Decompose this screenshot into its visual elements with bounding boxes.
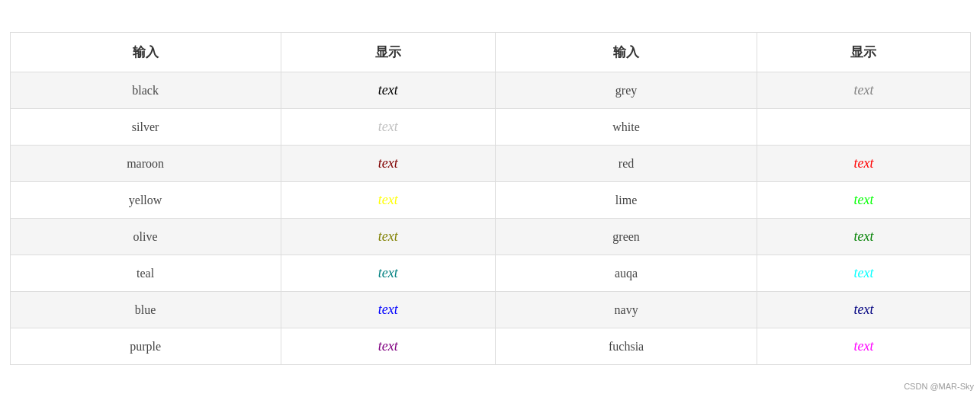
color-display-1: text	[281, 146, 495, 182]
color-name-2: fuchsia	[495, 328, 757, 365]
color-name-2: green	[495, 219, 757, 255]
table-row: silvertextwhitetext	[11, 109, 970, 146]
header-input-1: 输入	[11, 33, 281, 72]
watermark: CSDN @MAR-Sky	[904, 382, 974, 391]
color-display-2: text	[757, 182, 970, 219]
color-display-2: text	[757, 292, 970, 328]
color-name-1: olive	[11, 219, 281, 255]
color-name-1: purple	[11, 328, 281, 365]
color-display-1: text	[281, 219, 495, 255]
color-table-wrapper: 输入 显示 输入 显示 blacktextgreytextsilvertextw…	[10, 32, 971, 365]
color-name-2: lime	[495, 182, 757, 219]
color-name-1: black	[11, 72, 281, 109]
table-row: olivetextgreentext	[11, 219, 970, 255]
color-name-1: yellow	[11, 182, 281, 219]
color-name-2: navy	[495, 292, 757, 328]
color-name-1: silver	[11, 109, 281, 146]
color-display-2: text	[757, 219, 970, 255]
color-display-2: text	[757, 328, 970, 365]
color-name-2: grey	[495, 72, 757, 109]
color-name-2: white	[495, 109, 757, 146]
color-display-1: text	[281, 255, 495, 292]
table-header-row: 输入 显示 输入 显示	[11, 33, 970, 72]
color-display-1: text	[281, 328, 495, 365]
table-row: bluetextnavytext	[11, 292, 970, 328]
color-display-1: text	[281, 109, 495, 146]
table-row: tealtextauqatext	[11, 255, 970, 292]
color-display-1: text	[281, 292, 495, 328]
header-display-2: 显示	[757, 33, 970, 72]
color-name-2: auqa	[495, 255, 757, 292]
color-table: 输入 显示 输入 显示 blacktextgreytextsilvertextw…	[11, 33, 970, 364]
color-name-1: teal	[11, 255, 281, 292]
color-name-2: red	[495, 146, 757, 182]
color-display-1: text	[281, 72, 495, 109]
color-name-1: blue	[11, 292, 281, 328]
color-display-2: text	[757, 72, 970, 109]
color-display-2: text	[757, 255, 970, 292]
color-display-1: text	[281, 182, 495, 219]
table-row: maroontextredtext	[11, 146, 970, 182]
table-row: blacktextgreytext	[11, 72, 970, 109]
header-display-1: 显示	[281, 33, 495, 72]
table-row: yellowtextlimetext	[11, 182, 970, 219]
header-input-2: 输入	[495, 33, 757, 72]
color-display-2: text	[757, 146, 970, 182]
table-row: purpletextfuchsiatext	[11, 328, 970, 365]
color-name-1: maroon	[11, 146, 281, 182]
color-display-2: text	[757, 109, 970, 146]
